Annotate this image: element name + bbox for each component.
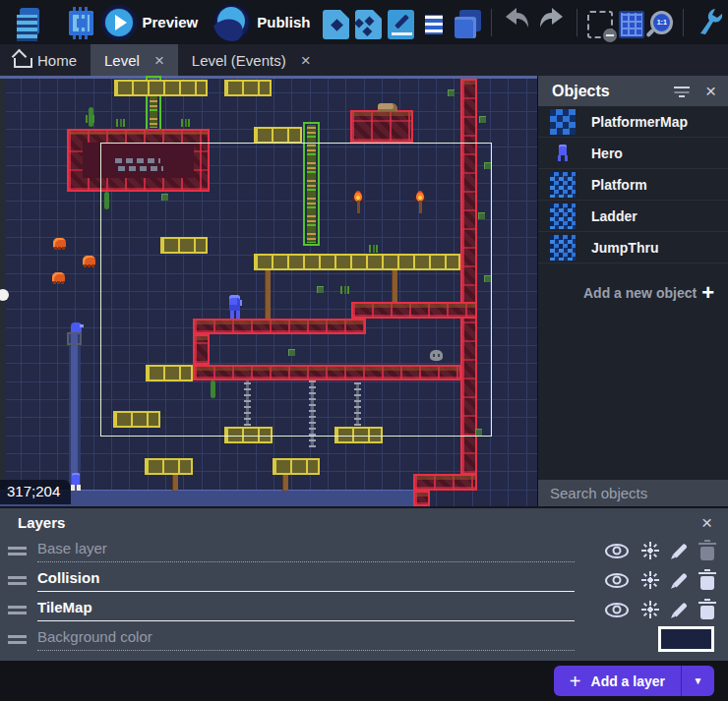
edit-icon[interactable] bbox=[673, 544, 688, 558]
moss-decoration bbox=[484, 275, 491, 282]
project-manager-icon[interactable] bbox=[11, 6, 40, 39]
edit-icon[interactable] bbox=[673, 603, 688, 617]
tools-wrench-icon[interactable] bbox=[694, 6, 725, 39]
preview-button[interactable]: Preview bbox=[101, 5, 209, 40]
effects-icon[interactable] bbox=[640, 541, 660, 560]
jumpthru-tile[interactable] bbox=[224, 80, 272, 96]
delete-icon[interactable] bbox=[700, 606, 714, 619]
layers-editor-icon[interactable] bbox=[454, 10, 481, 39]
jumpthru-tile[interactable] bbox=[114, 80, 208, 96]
visibility-icon[interactable] bbox=[605, 573, 629, 588]
hero-instance[interactable] bbox=[70, 473, 82, 491]
layer-name[interactable]: TileMap bbox=[37, 599, 575, 620]
object-item-label: PlatformerMap bbox=[591, 114, 688, 130]
delete-icon bbox=[700, 547, 714, 560]
close-icon[interactable]: × bbox=[701, 513, 712, 532]
torch-sprite[interactable] bbox=[413, 191, 427, 214]
layer-name[interactable]: Base layer bbox=[37, 540, 575, 561]
background-color-swatch[interactable] bbox=[658, 626, 714, 652]
post-decoration[interactable] bbox=[172, 475, 178, 491]
moss-decoration bbox=[317, 286, 324, 293]
object-item-platform[interactable]: Platform bbox=[538, 169, 728, 201]
add-new-object-button[interactable]: Add a new object + bbox=[538, 278, 728, 309]
visibility-icon[interactable] bbox=[605, 544, 629, 558]
layer-row-collision[interactable]: Collision bbox=[0, 565, 728, 595]
grid-toggle-icon[interactable] bbox=[619, 11, 644, 38]
add-layer-dropdown-button[interactable]: ▼ bbox=[681, 666, 714, 696]
drag-handle-icon[interactable] bbox=[8, 547, 27, 555]
object-item-label: Hero bbox=[591, 146, 623, 161]
object-item-hero[interactable]: Hero bbox=[538, 138, 728, 169]
edit-icon[interactable] bbox=[673, 573, 688, 588]
drag-handle-icon[interactable] bbox=[8, 635, 27, 644]
globe-icon bbox=[213, 4, 251, 41]
vine-decoration bbox=[89, 107, 93, 127]
scene-editor-canvas[interactable]: 317;204 bbox=[0, 76, 537, 506]
objects-panel: Objects × PlatformerMapHeroPlatformLadde… bbox=[537, 76, 728, 506]
effects-icon[interactable] bbox=[640, 570, 660, 590]
tab-home[interactable]: Home bbox=[0, 44, 91, 76]
tab-level-events[interactable]: Level (Events) × bbox=[178, 44, 325, 76]
object-groups-icon[interactable] bbox=[355, 10, 382, 39]
objects-editor-icon[interactable] bbox=[323, 10, 349, 39]
undo-icon[interactable] bbox=[502, 6, 531, 39]
post-decoration[interactable] bbox=[282, 475, 288, 491]
add-layer-button[interactable]: + Add a layer bbox=[554, 666, 681, 696]
instances-list-icon[interactable] bbox=[420, 10, 448, 39]
close-icon[interactable]: × bbox=[301, 52, 311, 69]
vertical-scrollbar[interactable] bbox=[0, 79, 6, 506]
object-item-jumpthru[interactable]: JumpThru bbox=[538, 232, 728, 263]
layer-row-base[interactable]: Base layer bbox=[0, 536, 728, 565]
debug-icon[interactable] bbox=[65, 6, 94, 39]
tab-home-label: Home bbox=[37, 52, 77, 69]
properties-icon[interactable] bbox=[388, 10, 414, 39]
effects-icon[interactable] bbox=[640, 600, 660, 619]
close-icon[interactable]: × bbox=[705, 82, 716, 100]
tilemap-thumbnail-icon bbox=[550, 172, 576, 198]
clear-selection-icon[interactable] bbox=[587, 11, 613, 38]
moss-decoration bbox=[478, 212, 485, 219]
main-toolbar: Preview Publish 1:1 bbox=[0, 0, 728, 44]
object-item-platformermap[interactable]: PlatformerMap bbox=[538, 106, 728, 138]
enemy-sprite[interactable] bbox=[53, 238, 66, 248]
drag-handle-icon[interactable] bbox=[8, 606, 27, 614]
object-item-label: JumpThru bbox=[591, 240, 658, 256]
hero-instance[interactable] bbox=[225, 295, 244, 319]
tilemap-thumbnail-icon bbox=[550, 204, 576, 229]
layer-name[interactable]: Background color bbox=[37, 628, 575, 650]
objects-list: PlatformerMapHeroPlatformLadderJumpThru bbox=[538, 106, 728, 278]
object-item-label: Ladder bbox=[591, 208, 637, 224]
close-icon[interactable]: × bbox=[154, 52, 164, 69]
jumpthru-tile[interactable] bbox=[145, 458, 193, 475]
publish-button[interactable]: Publish bbox=[213, 4, 320, 41]
tab-level-label: Level bbox=[104, 52, 140, 69]
drag-handle-icon[interactable] bbox=[8, 576, 27, 585]
layer-row-tilemap[interactable]: TileMap bbox=[0, 595, 728, 624]
chevron-down-icon: ▼ bbox=[694, 675, 703, 686]
search-objects-input[interactable] bbox=[550, 485, 728, 501]
redo-icon[interactable] bbox=[537, 6, 567, 39]
waterfall-decoration[interactable] bbox=[69, 331, 81, 491]
visibility-icon[interactable] bbox=[605, 603, 629, 617]
object-item-ladder[interactable]: Ladder bbox=[538, 201, 728, 232]
tab-level[interactable]: Level × bbox=[91, 44, 178, 76]
objects-panel-header: Objects × bbox=[538, 76, 728, 106]
bird-sprite bbox=[71, 322, 82, 332]
home-icon bbox=[14, 55, 29, 68]
pixel-text-decoration bbox=[118, 166, 163, 171]
platform-tile[interactable] bbox=[413, 491, 430, 506]
toolbar-divider bbox=[683, 9, 684, 36]
delete-icon[interactable] bbox=[700, 576, 714, 590]
platform-tile[interactable] bbox=[413, 474, 477, 491]
torch-sprite[interactable] bbox=[351, 191, 365, 214]
jumpthru-tile[interactable] bbox=[254, 127, 302, 144]
jumpthru-tile[interactable] bbox=[273, 458, 320, 475]
platform-tile[interactable] bbox=[350, 110, 413, 143]
layer-name[interactable]: Collision bbox=[37, 569, 575, 591]
filter-icon[interactable] bbox=[674, 86, 690, 97]
zoom-1-1-icon[interactable]: 1:1 bbox=[650, 11, 673, 34]
layer-row-background-color[interactable]: Background color bbox=[0, 624, 728, 654]
enemy-sprite[interactable] bbox=[83, 256, 95, 265]
enemy-sprite[interactable] bbox=[52, 272, 65, 282]
tab-bar: Home Level × Level (Events) × bbox=[0, 44, 728, 76]
